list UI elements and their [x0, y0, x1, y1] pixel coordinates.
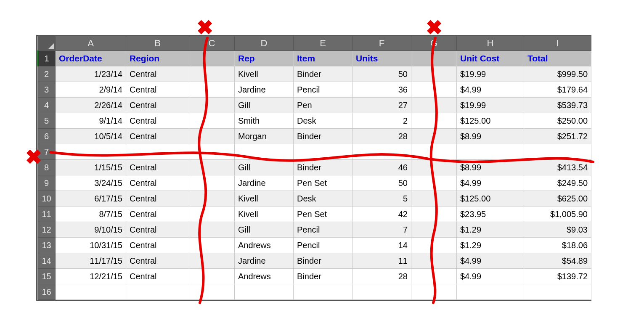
row-number[interactable]: 15 [38, 269, 56, 284]
cell[interactable] [189, 284, 235, 300]
cell[interactable]: Central [126, 175, 189, 191]
cell[interactable] [189, 222, 235, 238]
table-row[interactable]: 6 10/5/14 Central Morgan Binder 28 $8.99… [38, 129, 591, 144]
cell[interactable] [411, 175, 457, 191]
cell[interactable]: Desk [294, 191, 352, 207]
cell[interactable]: $19.99 [457, 66, 524, 82]
cell[interactable]: 28 [352, 129, 411, 144]
cell[interactable]: 2/26/14 [56, 98, 126, 113]
cell[interactable] [524, 284, 591, 300]
cell[interactable] [189, 160, 235, 175]
cell[interactable]: $4.99 [457, 175, 524, 191]
cell[interactable] [411, 222, 457, 238]
row-number[interactable]: 4 [38, 98, 56, 113]
cell[interactable]: Kivell [235, 207, 294, 222]
cell[interactable]: Gill [235, 98, 294, 113]
cell[interactable] [352, 284, 411, 300]
cell[interactable]: Pen Set [294, 175, 352, 191]
col-D[interactable]: D [235, 36, 294, 51]
cell[interactable]: 12/21/15 [56, 269, 126, 284]
cell[interactable]: $251.72 [524, 129, 591, 144]
cell[interactable]: 2 [352, 113, 411, 129]
cell[interactable] [411, 113, 457, 129]
hdr-region[interactable]: Region [126, 51, 189, 66]
table-row[interactable]: 11 8/7/15 Central Kivell Pen Set 42 $23.… [38, 207, 591, 222]
cell[interactable]: Central [126, 222, 189, 238]
cell[interactable]: 3/24/15 [56, 175, 126, 191]
cell[interactable]: $4.99 [457, 253, 524, 269]
cell[interactable] [235, 284, 294, 300]
row-number[interactable]: 14 [38, 253, 56, 269]
cell[interactable]: 28 [352, 269, 411, 284]
cell[interactable] [56, 144, 126, 160]
hdr-total[interactable]: Total [524, 51, 591, 66]
cell[interactable] [189, 207, 235, 222]
cell[interactable]: 46 [352, 160, 411, 175]
row-number[interactable]: 16 [38, 284, 56, 300]
cell[interactable]: Central [126, 66, 189, 82]
cell[interactable]: Morgan [235, 129, 294, 144]
cell[interactable]: Central [126, 129, 189, 144]
cell[interactable] [189, 238, 235, 253]
table-row[interactable]: 12 9/10/15 Central Gill Pencil 7 $1.29 $… [38, 222, 591, 238]
hdr-item[interactable]: Item [294, 51, 352, 66]
hdr-units[interactable]: Units [352, 51, 411, 66]
table-row[interactable]: 14 11/17/15 Central Jardine Binder 11 $4… [38, 253, 591, 269]
row-number[interactable]: 9 [38, 175, 56, 191]
cell[interactable]: $125.00 [457, 113, 524, 129]
cell[interactable]: $539.73 [524, 98, 591, 113]
cell[interactable] [411, 253, 457, 269]
cell[interactable]: $8.99 [457, 129, 524, 144]
cell[interactable] [294, 144, 352, 160]
cell[interactable]: 1/23/14 [56, 66, 126, 82]
cell[interactable]: Central [126, 253, 189, 269]
cell[interactable]: Binder [294, 129, 352, 144]
cell[interactable]: 1/15/15 [56, 160, 126, 175]
cell[interactable]: $125.00 [457, 191, 524, 207]
cell[interactable]: Kivell [235, 191, 294, 207]
cell[interactable]: $625.00 [524, 191, 591, 207]
cell[interactable] [235, 144, 294, 160]
col-I[interactable]: I [524, 36, 591, 51]
cell[interactable] [189, 269, 235, 284]
table-row[interactable]: 15 12/21/15 Central Andrews Binder 28 $4… [38, 269, 591, 284]
cell[interactable]: 27 [352, 98, 411, 113]
cell[interactable] [411, 269, 457, 284]
cell[interactable]: $999.50 [524, 66, 591, 82]
cell[interactable]: Smith [235, 113, 294, 129]
cell[interactable]: Pen Set [294, 207, 352, 222]
cell[interactable]: Binder [294, 269, 352, 284]
cell[interactable] [524, 144, 591, 160]
cell[interactable] [189, 113, 235, 129]
cell[interactable] [457, 144, 524, 160]
cell[interactable]: Pencil [294, 222, 352, 238]
cell[interactable]: Gill [235, 222, 294, 238]
cell[interactable]: 50 [352, 175, 411, 191]
cell[interactable]: Central [126, 160, 189, 175]
cell[interactable] [189, 129, 235, 144]
cell[interactable]: $139.72 [524, 269, 591, 284]
cell[interactable]: Binder [294, 253, 352, 269]
cell[interactable]: Central [126, 113, 189, 129]
cell[interactable]: 5 [352, 191, 411, 207]
cell[interactable]: Andrews [235, 238, 294, 253]
cell[interactable]: $1,005.90 [524, 207, 591, 222]
cell[interactable]: Central [126, 207, 189, 222]
cell[interactable]: Binder [294, 160, 352, 175]
row-number[interactable]: 1 [38, 51, 56, 66]
cell[interactable]: $1.29 [457, 238, 524, 253]
cell[interactable]: Jardine [235, 175, 294, 191]
row-number[interactable]: 2 [38, 66, 56, 82]
table-row[interactable]: 13 10/31/15 Central Andrews Pencil 14 $1… [38, 238, 591, 253]
table-row[interactable]: 8 1/15/15 Central Gill Binder 46 $8.99 $… [38, 160, 591, 175]
cell[interactable]: $23.95 [457, 207, 524, 222]
table-row[interactable]: 10 6/17/15 Central Kivell Desk 5 $125.00… [38, 191, 591, 207]
cell[interactable]: $179.64 [524, 82, 591, 98]
row-number[interactable]: 13 [38, 238, 56, 253]
cell[interactable]: Andrews [235, 269, 294, 284]
cell[interactable] [189, 175, 235, 191]
cell[interactable]: Pencil [294, 82, 352, 98]
col-E[interactable]: E [294, 36, 352, 51]
cell[interactable]: $8.99 [457, 160, 524, 175]
cell[interactable]: 11 [352, 253, 411, 269]
